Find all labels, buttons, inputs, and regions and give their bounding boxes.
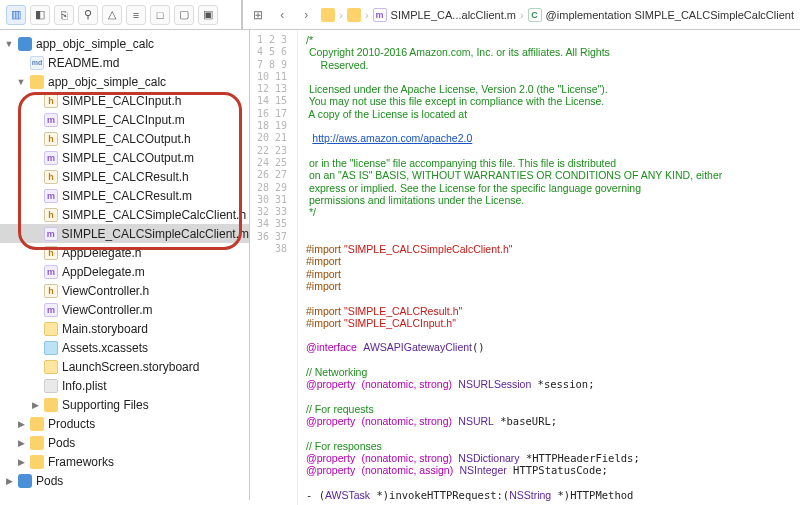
project-icon [18,37,32,51]
file-item[interactable]: hSIMPLE_CALCInput.h [0,91,249,110]
m-file-icon: m [44,189,58,203]
top-toolbar-row: ▥ ◧ ⎘ ⚲ △ ≡ □ ▢ ▣ ⊞ ‹ › › › m SIMPLE_CA.… [0,0,800,30]
file-item[interactable]: mAppDelegate.m [0,262,249,281]
project-root[interactable]: app_objc_simple_calc [36,37,154,51]
file-item[interactable]: mViewController.m [0,300,249,319]
m-file-icon: m [44,265,58,279]
file-item[interactable]: mSIMPLE_CALCInput.m [0,110,249,129]
m-file-icon: m [44,151,58,165]
project-item[interactable]: Pods [36,474,63,488]
group-item[interactable]: Frameworks [48,455,114,469]
story-file-icon [44,322,58,336]
m-file-icon: m [373,8,387,22]
breadcrumb[interactable]: › › m SIMPLE_CA...alcClient.m › C @imple… [321,8,794,22]
code-area[interactable]: /* Copyright 2010-2016 Amazon.com, Inc. … [298,30,800,505]
report-navigator-icon[interactable]: ▣ [198,5,218,25]
m-file-icon: m [44,303,58,317]
editor-jump-bar: ⊞ ‹ › › › m SIMPLE_CA...alcClient.m › C … [242,0,800,29]
file-item[interactable]: Info.plist [0,376,249,395]
navigator-toolbar: ▥ ◧ ⎘ ⚲ △ ≡ □ ▢ ▣ [0,0,242,29]
breakpoint-navigator-icon[interactable]: ▢ [174,5,194,25]
doc-icon: md [30,56,44,70]
file-item[interactable]: hSIMPLE_CALCOutput.h [0,129,249,148]
back-icon[interactable]: ‹ [273,6,291,24]
find-navigator-icon[interactable]: ⚲ [78,5,98,25]
folder-icon [44,398,58,412]
m-file-icon: m [44,113,58,127]
line-gutter: 1 2 3 4 5 6 7 8 9 10 11 12 13 14 15 16 1… [250,30,298,505]
source-control-icon[interactable]: ◧ [30,5,50,25]
plist-file-icon [44,379,58,393]
file-item[interactable]: hAppDelegate.h [0,243,249,262]
class-icon: C [528,8,542,22]
related-items-icon[interactable]: ⊞ [249,6,267,24]
debug-navigator-icon[interactable]: □ [150,5,170,25]
h-file-icon: h [44,246,58,260]
folder-icon [347,8,361,22]
file-item[interactable]: Assets.xcassets [0,338,249,357]
test-navigator-icon[interactable]: ≡ [126,5,146,25]
folder-icon [321,8,335,22]
h-file-icon: h [44,94,58,108]
file-item[interactable]: Main.storyboard [0,319,249,338]
file-item[interactable]: hSIMPLE_CALCResult.h [0,167,249,186]
folder-icon [30,417,44,431]
group-item[interactable]: Supporting Files [62,398,149,412]
story-file-icon [44,360,58,374]
file-item[interactable]: README.md [48,56,119,70]
file-item[interactable]: mSIMPLE_CALCOutput.m [0,148,249,167]
symbol-navigator-icon[interactable]: ⎘ [54,5,74,25]
folder-icon [30,436,44,450]
file-item[interactable]: mSIMPLE_CALCResult.m [0,186,249,205]
file-item[interactable]: hViewController.h [0,281,249,300]
group-item[interactable]: app_objc_simple_calc [48,75,166,89]
forward-icon[interactable]: › [297,6,315,24]
breadcrumb-file: SIMPLE_CA...alcClient.m [391,9,516,21]
h-file-icon: h [44,208,58,222]
project-icon [18,474,32,488]
file-item[interactable]: LaunchScreen.storyboard [0,357,249,376]
file-item[interactable]: hSIMPLE_CALCSimpleCalcClient.h [0,205,249,224]
m-file-icon: m [44,227,58,241]
h-file-icon: h [44,170,58,184]
project-navigator-icon[interactable]: ▥ [6,5,26,25]
folder-icon [30,75,44,89]
group-item[interactable]: Products [48,417,95,431]
h-file-icon: h [44,284,58,298]
project-navigator[interactable]: ▼app_objc_simple_calc mdREADME.md ▼app_o… [0,30,250,500]
assets-file-icon [44,341,58,355]
issue-navigator-icon[interactable]: △ [102,5,122,25]
group-item[interactable]: Pods [48,436,75,450]
file-item[interactable]: mSIMPLE_CALCSimpleCalcClient.m [0,224,249,243]
folder-icon [30,455,44,469]
code-editor[interactable]: 1 2 3 4 5 6 7 8 9 10 11 12 13 14 15 16 1… [250,30,800,505]
breadcrumb-symbol: @implementation SIMPLE_CALCSimpleCalcCli… [546,9,794,21]
h-file-icon: h [44,132,58,146]
